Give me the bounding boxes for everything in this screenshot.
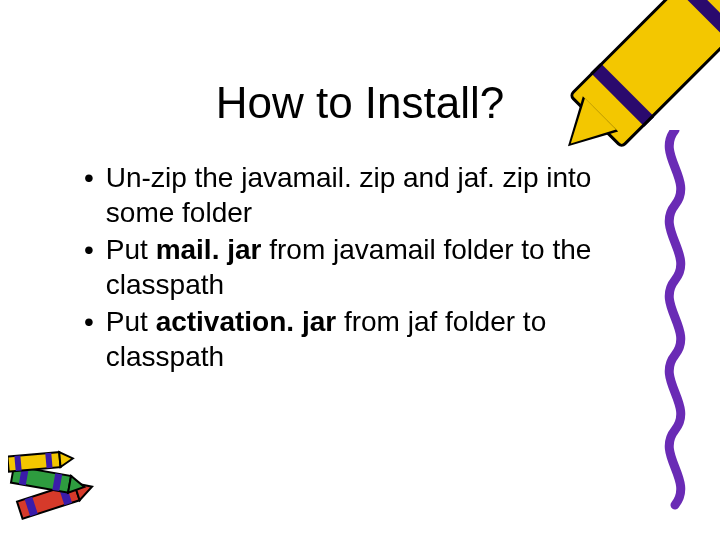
bullet-text: Put activation. jar from jaf folder to c… bbox=[106, 304, 640, 374]
purple-squiggle-decoration bbox=[650, 130, 700, 510]
bullet-dot: • bbox=[84, 160, 94, 195]
bullet-item: • Put activation. jar from jaf folder to… bbox=[80, 304, 640, 374]
svg-marker-11 bbox=[59, 451, 73, 467]
slide-body: • Un-zip the javamail. zip and jaf. zip … bbox=[80, 160, 640, 376]
slide: How to Install? • Un-zip the javamail. z… bbox=[0, 0, 720, 540]
bullet-text: Un-zip the javamail. zip and jaf. zip in… bbox=[106, 160, 640, 230]
bullet-dot: • bbox=[84, 304, 94, 339]
slide-title: How to Install? bbox=[0, 78, 720, 128]
bullet-text: Put mail. jar from javamail folder to th… bbox=[106, 232, 640, 302]
bullet-item: • Put mail. jar from javamail folder to … bbox=[80, 232, 640, 302]
bullet-dot: • bbox=[84, 232, 94, 267]
bullet-item: • Un-zip the javamail. zip and jaf. zip … bbox=[80, 160, 640, 230]
crayon-pile-decoration bbox=[8, 410, 128, 530]
